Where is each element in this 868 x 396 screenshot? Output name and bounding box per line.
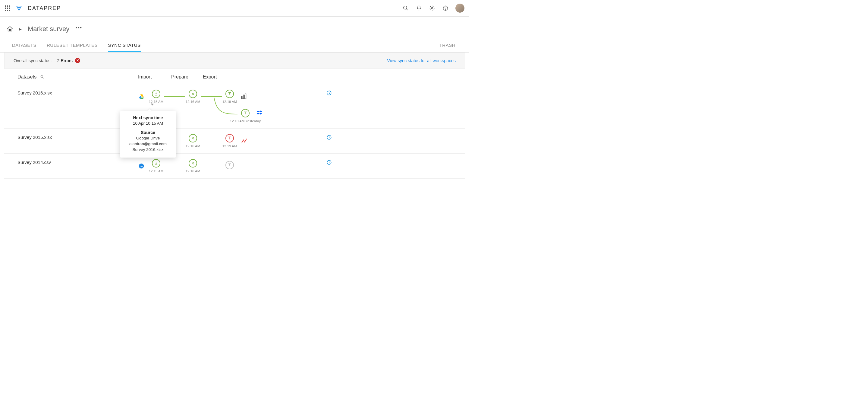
export-timestamp: 12.10 AM Yesterday — [230, 119, 261, 123]
svg-line-1 — [407, 9, 408, 10]
powerbi-icon — [241, 93, 248, 100]
tab-datasets[interactable]: DATASETS — [12, 43, 36, 52]
export-node[interactable] — [225, 134, 234, 142]
dropbox-icon — [256, 110, 264, 117]
tabs-row: DATASETS RULESET TEMPLATES SYNC STATUS T… — [0, 36, 469, 53]
topbar: DATAPREP — [0, 0, 469, 17]
table-row: Survey 2015.xlsx 12.15 AM — [4, 128, 465, 153]
sync-info-popover: Next sync time 10 Apr 10:15 AM Source Go… — [120, 111, 176, 158]
import-node[interactable] — [152, 90, 160, 98]
error-badge-icon: ✕ — [75, 58, 80, 63]
col-import: Import — [138, 74, 171, 80]
table-row: Survey 2014.csv csv 12.15 AM — [4, 153, 465, 179]
popover-source-head: Source — [123, 130, 173, 135]
col-export: Export — [203, 74, 327, 80]
svg-rect-8 — [243, 95, 244, 99]
history-icon[interactable] — [327, 90, 332, 96]
col-datasets: Datasets — [18, 74, 36, 80]
app-logo-icon[interactable] — [16, 5, 22, 11]
breadcrumb: ▶ Market survey ••• — [0, 17, 469, 36]
breadcrumb-title: Market survey — [28, 25, 69, 33]
overall-status-label: Overall sync status: — [13, 58, 52, 63]
import-node[interactable] — [152, 159, 160, 168]
overall-status-bar: Overall sync status: 2 Errors ✕ View syn… — [4, 53, 465, 69]
popover-source-service: Google Drive — [123, 136, 173, 141]
apps-grid-icon[interactable] — [5, 5, 10, 11]
view-all-workspaces-link[interactable]: View sync status for all workspaces — [387, 58, 456, 63]
export-node[interactable] — [225, 161, 234, 169]
svg-rect-7 — [242, 96, 243, 99]
import-timestamp: 12.15 AM — [149, 100, 164, 104]
svg-point-0 — [404, 6, 407, 9]
export-timestamp: 12.19 AM — [222, 144, 237, 148]
tab-sync-status[interactable]: SYNC STATUS — [108, 43, 141, 52]
sync-table: Datasets Import Prepare Export Survey 20… — [4, 69, 465, 179]
google-drive-icon — [138, 93, 145, 100]
avatar[interactable] — [456, 4, 464, 13]
app-title: DATAPREP — [28, 5, 61, 11]
svg-rect-9 — [245, 94, 246, 99]
history-icon[interactable] — [327, 160, 332, 165]
search-datasets-icon[interactable] — [40, 75, 44, 79]
prepare-timestamp: 12.16 AM — [186, 144, 200, 148]
prepare-timestamp: 12.16 AM — [186, 100, 200, 104]
zoho-analytics-icon — [241, 137, 248, 145]
overall-status-value: 2 Errors — [57, 58, 73, 63]
popover-sync-value: 10 Apr 10:15 AM — [123, 121, 173, 126]
svg-point-4 — [445, 9, 446, 10]
history-icon[interactable] — [327, 135, 332, 140]
more-icon[interactable]: ••• — [75, 25, 82, 30]
export-node[interactable] — [225, 90, 234, 98]
svg-line-6 — [43, 78, 44, 79]
popover-sync-head: Next sync time — [123, 115, 173, 120]
home-icon[interactable] — [7, 26, 13, 32]
svg-point-2 — [432, 7, 433, 9]
search-icon[interactable] — [402, 5, 409, 11]
dataset-name[interactable]: Survey 2016.xlsx — [18, 90, 138, 95]
popover-source-file: Survey 2016.xlsx — [123, 147, 173, 153]
import-timestamp: 12.15 AM — [149, 169, 164, 173]
dataset-name[interactable]: Survey 2014.csv — [18, 159, 138, 165]
table-header: Datasets Import Prepare Export — [4, 69, 465, 84]
gear-icon[interactable] — [429, 5, 435, 11]
table-row: Survey 2016.xlsx 12.15 AM — [4, 84, 465, 128]
prepare-node[interactable] — [189, 90, 197, 98]
svg-point-5 — [41, 76, 43, 78]
prepare-node[interactable] — [189, 159, 197, 168]
prepare-timestamp: 12.16 AM — [186, 169, 200, 173]
bell-icon[interactable] — [415, 5, 422, 11]
svg-text:csv: csv — [140, 165, 143, 167]
chevron-right-icon: ▶ — [19, 27, 22, 31]
prepare-node[interactable] — [189, 134, 197, 142]
export-node[interactable] — [241, 109, 250, 117]
csv-icon: csv — [138, 163, 145, 169]
tab-ruleset-templates[interactable]: RULESET TEMPLATES — [47, 43, 98, 52]
col-prepare: Prepare — [171, 74, 203, 80]
popover-source-account: alanfran@gmail.com — [123, 141, 173, 147]
help-icon[interactable] — [442, 5, 449, 11]
tab-trash[interactable]: TRASH — [439, 43, 456, 52]
